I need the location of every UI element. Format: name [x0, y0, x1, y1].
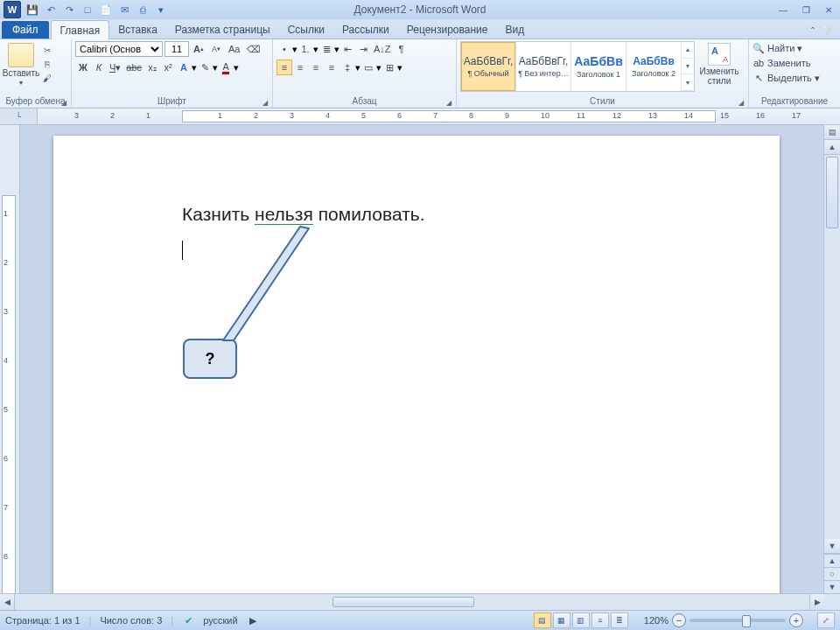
qat-open-icon[interactable]: 📄	[99, 3, 113, 17]
tab-page-layout[interactable]: Разметка страницы	[166, 20, 279, 38]
styles-dialog-launcher-icon[interactable]: ◢	[738, 99, 744, 107]
styles-gallery[interactable]: АаБбВвГг, ¶ Обычный АаБбВвГг, ¶ Без инте…	[460, 41, 695, 92]
qat-save-icon[interactable]: 💾	[25, 3, 39, 17]
tab-references[interactable]: Ссылки	[279, 20, 333, 38]
qat-redo-icon[interactable]: ↷	[62, 3, 76, 17]
align-justify-icon[interactable]: ≡	[324, 60, 340, 75]
hscroll-right-icon[interactable]: ▶	[809, 594, 824, 610]
align-center-icon[interactable]: ≡	[292, 60, 308, 75]
grow-font-icon[interactable]: A▴	[191, 41, 206, 57]
zoom-fit-icon[interactable]: ⤢	[817, 612, 835, 628]
ruler-toggle-icon[interactable]: ▤	[824, 125, 840, 140]
multilevel-icon[interactable]: ≣	[318, 41, 334, 57]
zoom-thumb[interactable]	[742, 615, 751, 627]
qat-undo-icon[interactable]: ↶	[44, 3, 58, 17]
zoom-in-icon[interactable]: +	[789, 613, 803, 627]
status-page[interactable]: Страница: 1 из 1	[5, 615, 80, 626]
view-reading-icon[interactable]: ▦	[553, 612, 570, 628]
align-left-icon[interactable]: ≡	[276, 60, 292, 75]
strikethrough-button[interactable]: abc	[123, 60, 144, 75]
show-marks-icon[interactable]: ¶	[394, 41, 410, 57]
ruler-corner-icon[interactable]: └	[0, 108, 38, 124]
view-web-icon[interactable]: ▥	[572, 612, 590, 628]
scroll-up-icon[interactable]: ▲	[824, 140, 840, 155]
help-icon[interactable]: ❔	[820, 26, 833, 38]
qat-mail-icon[interactable]: ✉	[117, 3, 131, 17]
clipboard-dialog-launcher-icon[interactable]: ◢	[61, 99, 66, 107]
subscript-button[interactable]: x₂	[144, 60, 160, 75]
underline-button[interactable]: Ч▾	[107, 60, 123, 75]
replace-button[interactable]: abЗаменить	[752, 56, 820, 70]
next-page-icon[interactable]: ▼	[824, 580, 840, 593]
scroll-down-icon[interactable]: ▼	[824, 539, 840, 554]
document-page[interactable]: Казнить нельзя помиловать. ?	[53, 136, 780, 593]
qat-new-icon[interactable]: □	[80, 3, 94, 17]
superscript-button[interactable]: x²	[160, 60, 176, 75]
vertical-scrollbar[interactable]: ▤ ▲ ▼ ▲ ○ ▼	[823, 125, 840, 593]
tab-home[interactable]: Главная	[51, 20, 110, 39]
style-normal[interactable]: АаБбВвГг, ¶ Обычный	[461, 42, 516, 91]
bold-button[interactable]: Ж	[75, 60, 91, 75]
minimize-button[interactable]: —	[772, 3, 794, 17]
browse-object-icon[interactable]: ○	[824, 567, 840, 580]
style-no-spacing[interactable]: АаБбВвГг, ¶ Без интер…	[516, 42, 571, 91]
sort-icon[interactable]: A↓Z	[371, 41, 394, 57]
close-button[interactable]: ✕	[817, 3, 840, 17]
find-button[interactable]: 🔍Найти ▾	[752, 41, 820, 55]
tab-file[interactable]: Файл	[2, 21, 49, 38]
dedent-icon[interactable]: ⇤	[340, 41, 355, 57]
font-color-icon[interactable]: A	[218, 60, 234, 75]
font-size-input[interactable]	[164, 41, 189, 57]
line-spacing-icon[interactable]: ‡	[340, 60, 355, 75]
tab-review[interactable]: Рецензирование	[398, 20, 497, 38]
status-language[interactable]: русский	[203, 615, 237, 626]
scroll-thumb[interactable]	[826, 157, 838, 228]
align-right-icon[interactable]: ≡	[308, 60, 324, 75]
font-name-select[interactable]: Calibri (Основ	[75, 41, 163, 57]
highlight-icon[interactable]: ✎	[197, 60, 213, 75]
tab-view[interactable]: Вид	[496, 20, 533, 38]
text-effects-icon[interactable]: A	[176, 60, 192, 75]
cut-icon[interactable]: ✂	[40, 44, 54, 56]
horizontal-scrollbar[interactable]: ◀ ▶	[0, 593, 840, 610]
change-styles-button[interactable]: AA Изменить стили	[696, 41, 742, 86]
italic-button[interactable]: К	[91, 60, 107, 75]
change-case-icon[interactable]: Aa	[226, 41, 242, 57]
qat-print-icon[interactable]: ⎙	[136, 3, 150, 17]
zoom-value[interactable]: 120%	[644, 615, 668, 626]
view-outline-icon[interactable]: ≡	[592, 612, 609, 628]
view-print-layout-icon[interactable]: ▤	[534, 612, 551, 628]
callout-shape[interactable]: ?	[183, 339, 237, 379]
vertical-ruler[interactable]: 12345678	[0, 125, 20, 593]
indent-icon[interactable]: ⇥	[355, 41, 371, 57]
document-text[interactable]: Казнить нельзя помиловать.	[182, 204, 425, 225]
document-viewport[interactable]: Казнить нельзя помиловать. ?	[20, 125, 823, 593]
hscroll-thumb[interactable]	[332, 597, 474, 607]
clear-format-icon[interactable]: ⌫	[244, 41, 263, 57]
shading-icon[interactable]: ▭	[360, 60, 376, 75]
restore-button[interactable]: ❐	[794, 3, 817, 17]
prev-page-icon[interactable]: ▲	[824, 554, 840, 567]
proofing-icon[interactable]: ✔	[182, 614, 194, 626]
macro-icon[interactable]: ▶	[247, 614, 259, 626]
horizontal-ruler[interactable]: └ 3211234567891011121314151617	[0, 108, 840, 125]
styles-gallery-nav[interactable]: ▴▾▾	[682, 42, 694, 91]
style-heading1[interactable]: АаБбВв Заголовок 1	[571, 42, 626, 91]
status-word-count[interactable]: Число слов: 3	[100, 615, 162, 626]
borders-icon[interactable]: ⊞	[382, 60, 397, 75]
tab-insert[interactable]: Вставка	[109, 20, 166, 38]
hscroll-left-icon[interactable]: ◀	[0, 594, 15, 610]
zoom-out-icon[interactable]: −	[672, 613, 686, 627]
tab-mailings[interactable]: Рассылки	[333, 20, 398, 38]
shrink-font-icon[interactable]: A▾	[208, 41, 224, 57]
paragraph-dialog-launcher-icon[interactable]: ◢	[446, 99, 452, 107]
ribbon-minimize-icon[interactable]: ˆ	[811, 26, 815, 38]
font-dialog-launcher-icon[interactable]: ◢	[262, 99, 268, 107]
copy-icon[interactable]: ⎘	[40, 58, 54, 70]
word-app-icon[interactable]: W	[4, 1, 21, 18]
style-heading2[interactable]: АаБбВв Заголовок 2	[626, 42, 682, 91]
paste-button[interactable]: Вставить ▾	[4, 41, 38, 87]
zoom-slider[interactable]	[690, 619, 786, 622]
qat-customize-icon[interactable]: ▾	[154, 3, 168, 17]
grammar-underline[interactable]: нельзя	[255, 204, 313, 225]
